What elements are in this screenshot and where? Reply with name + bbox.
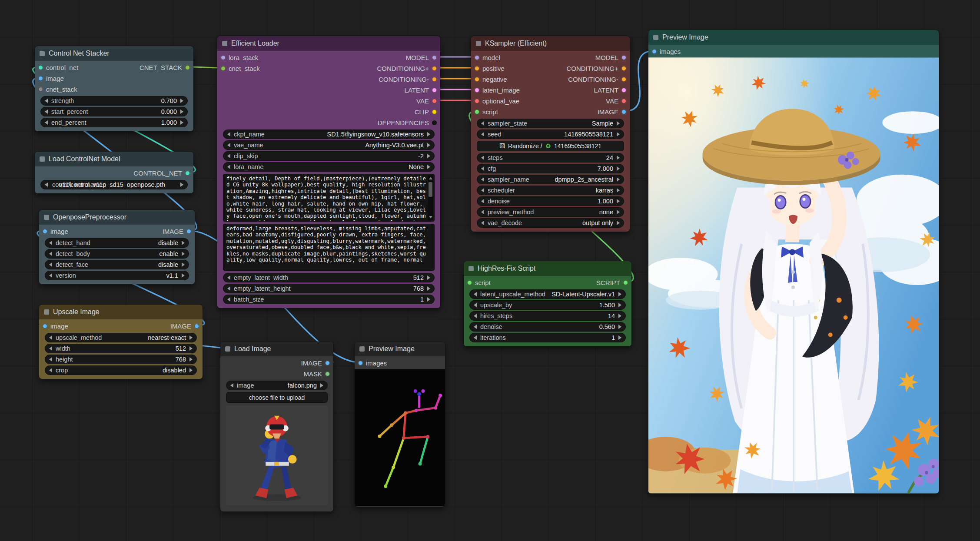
port-dot[interactable] (475, 66, 479, 71)
port-dot[interactable] (621, 88, 626, 93)
increment-arrow[interactable] (189, 357, 193, 362)
port-dot[interactable] (221, 66, 226, 71)
port-dot[interactable] (475, 55, 479, 60)
decrement-arrow[interactable] (481, 188, 484, 193)
port-dot[interactable] (475, 110, 479, 114)
collapse-icon[interactable] (359, 346, 365, 352)
port-dot[interactable] (38, 65, 43, 70)
upload-button[interactable]: choose file to upload (226, 392, 328, 403)
input-port-cnet-stack[interactable]: cnet_stack (221, 63, 260, 74)
increment-arrow[interactable] (182, 252, 185, 256)
decrement-arrow[interactable] (481, 177, 484, 182)
scroll-down-icon[interactable] (429, 216, 432, 219)
increment-arrow[interactable] (617, 188, 620, 193)
port-dot[interactable] (475, 77, 479, 82)
input-port-model[interactable]: model (475, 52, 500, 63)
node-header[interactable]: Load ControlNet Model (35, 152, 193, 166)
input-port-image[interactable]: image (43, 226, 68, 237)
port-dot[interactable] (38, 76, 43, 81)
collapse-icon[interactable] (476, 41, 481, 46)
decrement-arrow[interactable] (227, 165, 230, 169)
port-dot[interactable] (432, 55, 437, 60)
widget-strength[interactable]: strength0.700 (40, 96, 188, 106)
increment-arrow[interactable] (618, 325, 621, 329)
port-dot[interactable] (475, 88, 479, 93)
input-port-images[interactable]: images (652, 46, 681, 57)
increment-arrow[interactable] (180, 99, 183, 103)
node-control-net-stacker[interactable]: Control Net Stacker control_net CNET_STA… (34, 46, 194, 132)
widget-version[interactable]: versionv1.1 (45, 271, 189, 280)
input-port-lora-stack[interactable]: lora_stack (221, 52, 258, 63)
node-header[interactable]: KSampler (Efficient) (471, 36, 630, 51)
decrement-arrow[interactable] (49, 262, 52, 267)
input-port-script[interactable]: script (475, 106, 498, 117)
decrement-arrow[interactable] (481, 221, 484, 225)
widget-detect-hand[interactable]: detect_handdisable (45, 238, 189, 248)
output-port-latent[interactable]: LATENT (405, 85, 437, 96)
widget-empty-latent-width[interactable]: empty_latent_width512 (223, 273, 435, 282)
decrement-arrow[interactable] (45, 183, 48, 187)
node-header[interactable]: Control Net Stacker (35, 46, 193, 61)
port-dot[interactable] (185, 65, 190, 70)
collapse-icon[interactable] (40, 51, 45, 56)
increment-arrow[interactable] (427, 165, 430, 169)
increment-arrow[interactable] (189, 335, 193, 340)
widget-start-percent[interactable]: start_percent0.000 (40, 107, 188, 116)
collapse-icon[interactable] (468, 266, 474, 271)
port-dot[interactable] (432, 110, 437, 114)
widget-iterations[interactable]: iterations1 (469, 333, 626, 342)
increment-arrow[interactable] (189, 346, 193, 351)
node-header[interactable]: Preview Image (355, 342, 445, 356)
input-port-image[interactable]: image (38, 73, 64, 84)
collapse-icon[interactable] (44, 215, 49, 220)
widget-vae-name[interactable]: vae_nameAnything-V3.0.vae.pt (223, 140, 435, 150)
input-port-negative[interactable]: negative (475, 74, 507, 85)
node-header[interactable]: HighRes-Fix Script (464, 261, 631, 276)
increment-arrow[interactable] (427, 143, 430, 147)
increment-arrow[interactable] (618, 314, 621, 318)
increment-arrow[interactable] (427, 154, 430, 158)
widget-height[interactable]: height768 (45, 355, 197, 364)
decrement-arrow[interactable] (45, 99, 48, 103)
output-port-model[interactable]: MODEL (595, 52, 626, 63)
input-port-control-net[interactable]: control_net (38, 62, 78, 73)
port-dot[interactable] (623, 280, 628, 285)
increment-arrow[interactable] (182, 241, 185, 245)
widget-cfg[interactable]: cfg7.000 (477, 164, 624, 173)
input-port-positive[interactable]: positive (475, 63, 505, 74)
decrement-arrow[interactable] (474, 325, 477, 329)
decrement-arrow[interactable] (227, 297, 230, 302)
widget-scheduler[interactable]: schedulerkarras (477, 186, 624, 195)
increment-arrow[interactable] (427, 297, 430, 302)
decrement-arrow[interactable] (227, 132, 230, 136)
output-port-image[interactable]: IMAGE (170, 321, 199, 332)
widget-upscale-method[interactable]: upscale_methodnearest-exact (45, 333, 197, 342)
decrement-arrow[interactable] (49, 252, 52, 256)
widget-detect-face[interactable]: detect_facedisable (45, 260, 189, 269)
scrollbar-thumb[interactable] (429, 182, 432, 197)
port-dot[interactable] (432, 99, 437, 103)
widget-preview-method[interactable]: preview_methodnone (477, 207, 624, 217)
widget-denoise[interactable]: denoise0.560 (469, 322, 626, 332)
output-port-conditioning-minus[interactable]: CONDITIONING- (568, 74, 626, 85)
node-header[interactable]: Preview Image (648, 30, 939, 45)
increment-arrow[interactable] (618, 335, 621, 340)
widget-steps[interactable]: steps24 (477, 153, 624, 163)
increment-arrow[interactable] (617, 177, 620, 182)
decrement-arrow[interactable] (49, 241, 52, 245)
port-dot[interactable] (621, 66, 626, 71)
output-port-conditioning-plus[interactable]: CONDITIONING+ (377, 63, 437, 74)
widget-image-file[interactable]: imagefalcon.png (226, 381, 328, 390)
increment-arrow[interactable] (617, 199, 620, 203)
negative-prompt-textarea[interactable]: deformed,large breasts,sleeveless, missi… (223, 224, 435, 271)
increment-arrow[interactable] (617, 221, 620, 225)
increment-arrow[interactable] (320, 383, 323, 388)
widget-denoise[interactable]: denoise1.000 (477, 196, 624, 206)
port-dot[interactable] (325, 372, 330, 376)
increment-arrow[interactable] (189, 368, 193, 372)
increment-arrow[interactable] (618, 292, 621, 296)
output-port-conditioning-plus[interactable]: CONDITIONING+ (566, 63, 626, 74)
increment-arrow[interactable] (182, 273, 185, 278)
output-port-image[interactable]: IMAGE (163, 226, 191, 237)
output-port-vae[interactable]: VAE (416, 96, 437, 106)
